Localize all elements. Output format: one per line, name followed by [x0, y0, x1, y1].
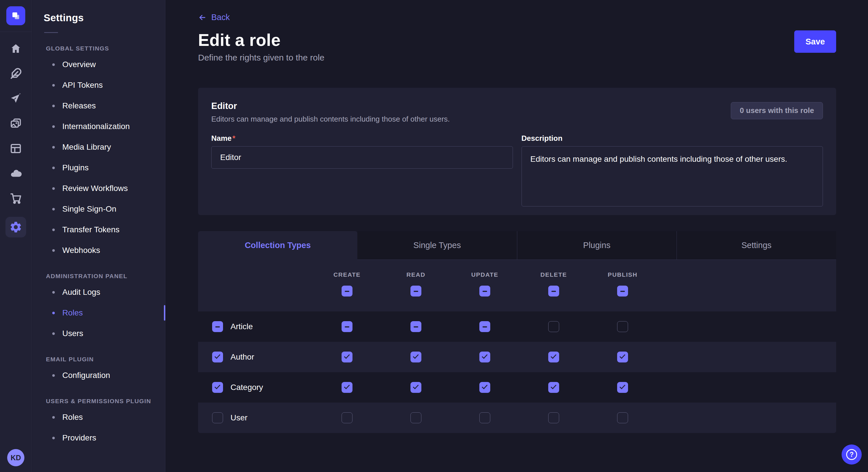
- sidebar-item-review-workflows[interactable]: Review Workflows: [32, 178, 165, 199]
- perm-column-label: UPDATE: [471, 271, 498, 278]
- gear-icon[interactable]: [5, 217, 26, 237]
- sidebar-item-users[interactable]: Users: [32, 323, 165, 344]
- sidebar-item-single-sign-on[interactable]: Single Sign-On: [32, 199, 165, 220]
- bullet-icon: [52, 146, 55, 148]
- sidebar-item-label: Audit Logs: [62, 288, 100, 297]
- checkbox-mark-icon: [620, 291, 625, 292]
- sidebar-item-label: Internationalization: [62, 122, 130, 131]
- question-mark-icon: ?: [846, 449, 857, 460]
- paper-plane-icon[interactable]: [9, 92, 22, 105]
- selectall-checkbox-delete[interactable]: [548, 285, 559, 297]
- sidebar-item-label: Providers: [62, 433, 96, 442]
- tab-settings[interactable]: Settings: [677, 231, 836, 260]
- sidebar-item-transfer-tokens[interactable]: Transfer Tokens: [32, 220, 165, 240]
- row-checkbox-article[interactable]: [212, 321, 223, 332]
- checkbox-mark-icon: [483, 291, 487, 292]
- checkbox-category-update[interactable]: [479, 382, 490, 393]
- perm-cell: [451, 351, 519, 363]
- checkbox-author-update[interactable]: [479, 351, 490, 363]
- tab-single-types[interactable]: Single Types: [358, 231, 517, 260]
- sidebar-item-internationalization[interactable]: Internationalization: [32, 116, 165, 137]
- checkbox-author-publish[interactable]: [617, 351, 628, 363]
- media-library-icon[interactable]: [9, 117, 22, 130]
- checkbox-mark-icon: [344, 383, 350, 389]
- bullet-icon: [52, 332, 55, 335]
- strapi-logo[interactable]: [6, 6, 25, 25]
- checkbox-author-create[interactable]: [342, 351, 352, 363]
- perm-cell: [381, 382, 451, 393]
- row-checkbox-author[interactable]: [212, 351, 223, 363]
- sidebar-item-label: Webhooks: [62, 246, 100, 255]
- checkbox-category-delete[interactable]: [548, 382, 559, 393]
- avatar[interactable]: KD: [7, 449, 24, 466]
- checkbox-article-create[interactable]: [342, 321, 352, 332]
- sidebar-item-roles[interactable]: Roles: [32, 407, 165, 428]
- perm-column-label: DELETE: [540, 271, 567, 278]
- home-icon[interactable]: [9, 42, 22, 55]
- perm-column-publish: PUBLISH: [588, 271, 657, 278]
- shopping-cart-icon[interactable]: [9, 192, 22, 205]
- selectall-checkbox-update[interactable]: [479, 285, 490, 297]
- save-button[interactable]: Save: [794, 30, 836, 53]
- sidebar-item-overview[interactable]: Overview: [32, 54, 165, 75]
- selectall-checkbox-read[interactable]: [410, 285, 422, 297]
- row-checkbox-user[interactable]: [212, 412, 223, 423]
- checkbox-category-read[interactable]: [410, 382, 422, 393]
- perm-selectall-cell: [313, 285, 381, 297]
- perm-column-label: PUBLISH: [608, 271, 637, 278]
- checkbox-author-delete[interactable]: [548, 351, 559, 363]
- checkbox-article-publish[interactable]: [617, 321, 628, 332]
- checkbox-mark-icon: [551, 383, 556, 389]
- permissions-header: CREATEREADUPDATEDELETEPUBLISH: [198, 260, 836, 311]
- sidebar-item-webhooks[interactable]: Webhooks: [32, 240, 165, 261]
- perm-column-label: READ: [406, 271, 425, 278]
- layout-icon[interactable]: [9, 142, 22, 155]
- checkbox-article-delete[interactable]: [548, 321, 559, 332]
- back-link[interactable]: Back: [198, 12, 229, 22]
- settings-sidebar: Settings GLOBAL SETTINGSOverviewAPI Toke…: [32, 0, 165, 472]
- perm-rows: ArticleAuthorCategoryUser: [198, 311, 836, 433]
- row-checkbox-category[interactable]: [212, 382, 223, 393]
- selectall-checkbox-publish[interactable]: [617, 285, 628, 297]
- sidebar-item-label: Roles: [62, 308, 83, 317]
- checkbox-article-read[interactable]: [410, 321, 422, 332]
- checkbox-mark-icon: [483, 326, 487, 328]
- sidebar-title-rule: [44, 32, 58, 33]
- sidebar-item-configuration[interactable]: Configuration: [32, 365, 165, 386]
- cloud-icon[interactable]: [9, 167, 22, 180]
- checkbox-user-publish[interactable]: [617, 412, 628, 423]
- tab-plugins[interactable]: Plugins: [517, 231, 677, 260]
- sidebar-item-plugins[interactable]: Plugins: [32, 158, 165, 178]
- sidebar-item-providers[interactable]: Providers: [32, 428, 165, 448]
- sidebar-item-audit-logs[interactable]: Audit Logs: [32, 282, 165, 303]
- description-textarea[interactable]: Editors can manage and publish contents …: [522, 146, 823, 206]
- checkbox-article-update[interactable]: [479, 321, 490, 332]
- checkbox-category-publish[interactable]: [617, 382, 628, 393]
- name-label: Name*: [211, 134, 236, 142]
- perm-selectall: [198, 285, 836, 297]
- sidebar-item-roles[interactable]: Roles: [32, 303, 165, 323]
- tab-collection-types[interactable]: Collection Types: [198, 231, 358, 260]
- sidebar-item-api-tokens[interactable]: API Tokens: [32, 75, 165, 96]
- selectall-checkbox-create[interactable]: [342, 285, 352, 297]
- checkbox-mark-icon: [551, 291, 556, 292]
- checkbox-author-read[interactable]: [410, 351, 422, 363]
- help-button[interactable]: ?: [842, 444, 862, 465]
- sidebar-item-releases[interactable]: Releases: [32, 96, 165, 116]
- name-input[interactable]: [211, 146, 513, 169]
- checkbox-user-read[interactable]: [410, 412, 422, 423]
- users-with-role-badge[interactable]: 0 users with this role: [731, 102, 823, 119]
- role-details-card: Editor Editors can manage and publish co…: [198, 88, 836, 215]
- checkbox-mark-icon: [413, 383, 418, 389]
- checkbox-mark-icon: [619, 383, 625, 389]
- perm-row-header: User: [198, 412, 313, 423]
- perm-cell: [519, 321, 588, 332]
- checkbox-user-update[interactable]: [479, 412, 490, 423]
- checkbox-category-create[interactable]: [342, 382, 352, 393]
- checkbox-mark-icon: [345, 291, 349, 292]
- checkbox-user-delete[interactable]: [548, 412, 559, 423]
- perm-selectall-cell: [519, 285, 588, 297]
- sidebar-item-media-library[interactable]: Media Library: [32, 137, 165, 158]
- checkbox-user-create[interactable]: [342, 412, 352, 423]
- feather-icon[interactable]: [9, 67, 22, 80]
